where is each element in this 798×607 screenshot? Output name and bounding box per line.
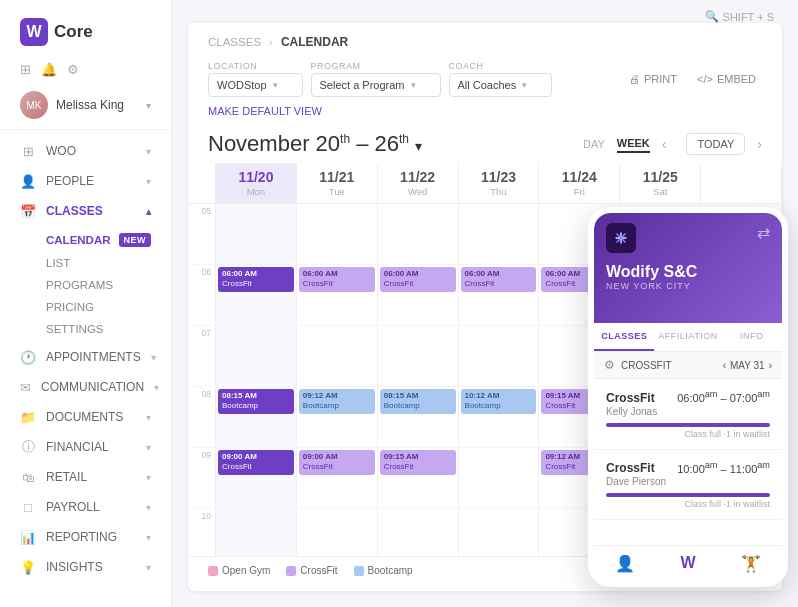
program-select-group: PROGRAM Select a Program xyxy=(311,61,441,97)
cell-10-0[interactable] xyxy=(216,509,297,556)
sidebar-item-documents[interactable]: 📁 DOCUMENTS ▾ xyxy=(0,402,171,432)
share-icon: ⇄ xyxy=(757,223,770,242)
cell-09-3[interactable] xyxy=(459,448,540,508)
cell-06-0[interactable]: 06:00 AM CrossFit xyxy=(216,265,297,325)
default-view-link[interactable]: MAKE DEFAULT VIEW xyxy=(188,105,782,125)
print-button[interactable]: 🖨 PRINT xyxy=(623,69,683,89)
cell-09-1[interactable]: 09:00 AM CrossFit xyxy=(297,448,378,508)
class-card-1[interactable]: CrossFit 10:00am – 11:00am Dave Pierson … xyxy=(594,450,782,521)
event-name: CrossFit xyxy=(222,462,290,472)
prev-week-button[interactable]: ‹ xyxy=(662,136,667,152)
location-select[interactable]: WODStop xyxy=(208,73,303,97)
phone-tab-affiliation[interactable]: AFFILIATION xyxy=(654,323,721,351)
cell-07-3[interactable] xyxy=(459,326,540,386)
cell-07-1[interactable] xyxy=(297,326,378,386)
print-icon: 🖨 xyxy=(629,73,640,85)
cell-05-3[interactable] xyxy=(459,204,540,264)
filter-gear-icon[interactable]: ⚙ xyxy=(604,358,615,372)
bell-icon[interactable]: 🔔 xyxy=(41,62,57,77)
sidebar-item-communication[interactable]: ✉ COMMUNICATION ▾ xyxy=(0,372,171,402)
event-06-0[interactable]: 06:00 AM CrossFit xyxy=(218,267,294,292)
class-waitlist-0: 1 in waitlist xyxy=(726,429,770,439)
embed-button[interactable]: </> EMBED xyxy=(691,69,762,89)
calendar-dropdown-icon[interactable]: ▾ xyxy=(415,138,422,154)
cell-05-1[interactable] xyxy=(297,204,378,264)
class-time-0: 06:00am – 07:00am xyxy=(677,389,770,404)
classes-subnav: CALENDAR NEW LIST PROGRAMS PRICING SETTI… xyxy=(0,226,171,342)
sidebar: W Core ⊞ 🔔 ⚙ MK Melissa King ▾ ⊞ WOO ▾ 👤… xyxy=(0,0,172,607)
cell-08-2[interactable]: 08:15 AM Bootcamp xyxy=(378,387,459,447)
phone-tab-classes[interactable]: CLASSES xyxy=(594,323,654,351)
phone-bottom-tab-w[interactable]: W xyxy=(657,546,720,581)
day-date-4: 11/24 xyxy=(543,169,615,185)
user-row[interactable]: MK Melissa King ▾ xyxy=(0,85,171,130)
legend-label-crossfit: CrossFit xyxy=(300,565,337,576)
phone-filter-nav: ‹ MAY 31 › xyxy=(723,360,772,371)
cell-08-1[interactable]: 09:12 AM Bootcamp xyxy=(297,387,378,447)
subnav-list[interactable]: LIST xyxy=(0,252,171,274)
sidebar-item-appointments[interactable]: 🕐 APPOINTMENTS ▾ xyxy=(0,342,171,372)
event-name: Bootcamp xyxy=(384,401,452,411)
coach-select[interactable]: All Coaches xyxy=(449,73,553,97)
location-select-group: LOCATION WODStop xyxy=(208,61,303,97)
sidebar-item-woo[interactable]: ⊞ WOO ▾ xyxy=(0,136,171,166)
phone-bottom-tab-profile[interactable]: 👤 xyxy=(594,546,657,581)
event-06-2[interactable]: 06:00 AM CrossFit xyxy=(380,267,456,292)
breadcrumb-separator: › xyxy=(269,36,273,48)
cell-07-2[interactable] xyxy=(378,326,459,386)
event-08-0a[interactable]: 08:15 AM Bootcamp xyxy=(218,389,294,414)
cell-05-0[interactable] xyxy=(216,204,297,264)
phone-tab-info[interactable]: INFO xyxy=(722,323,782,351)
breadcrumb-parent[interactable]: CLASSES xyxy=(208,36,261,48)
subnav-programs[interactable]: PROGRAMS xyxy=(0,274,171,296)
event-09-2[interactable]: 09:15 AM CrossFit xyxy=(380,450,456,475)
cell-09-2[interactable]: 09:15 AM CrossFit xyxy=(378,448,459,508)
event-09-1[interactable]: 09:00 AM CrossFit xyxy=(299,450,375,475)
today-button[interactable]: TODAY xyxy=(686,133,745,155)
cell-09-0[interactable]: 09:00 AM CrossFit xyxy=(216,448,297,508)
tab-day[interactable]: DAY xyxy=(583,136,605,152)
sidebar-item-retail[interactable]: 🛍 RETAIL ▾ xyxy=(0,462,171,492)
cell-06-1[interactable]: 06:00 AM CrossFit xyxy=(297,265,378,325)
sidebar-item-reporting[interactable]: 📊 REPORTING ▾ xyxy=(0,522,171,552)
filter-prev-icon[interactable]: ‹ xyxy=(723,360,726,371)
filter-next-icon[interactable]: › xyxy=(769,360,772,371)
filter-label[interactable]: CROSSFIT xyxy=(621,360,717,371)
event-08-3[interactable]: 10:12 AM Bootcamp xyxy=(461,389,537,414)
nav-chevron-people: ▾ xyxy=(146,176,151,187)
subnav-pricing[interactable]: PRICING xyxy=(0,296,171,318)
sidebar-item-classes[interactable]: 📅 CLASSES ▴ xyxy=(0,196,171,226)
grid-icon[interactable]: ⊞ xyxy=(20,62,31,77)
cell-10-2[interactable] xyxy=(378,509,459,556)
phone-bottom-tab-barbell[interactable]: 🏋 xyxy=(719,546,782,581)
subnav-calendar[interactable]: CALENDAR NEW xyxy=(0,228,171,252)
cell-06-3[interactable]: 06:00 AM CrossFit xyxy=(459,265,540,325)
subnav-calendar-label: CALENDAR xyxy=(46,234,111,246)
subnav-settings-label: SETTINGS xyxy=(46,323,104,335)
event-08-2[interactable]: 08:15 AM Bootcamp xyxy=(380,389,456,414)
cell-10-3[interactable] xyxy=(459,509,540,556)
event-09-0[interactable]: 09:00 AM CrossFit xyxy=(218,450,294,475)
cell-10-1[interactable] xyxy=(297,509,378,556)
sidebar-item-insights[interactable]: 💡 INSIGHTS ▾ xyxy=(0,552,171,582)
cell-05-2[interactable] xyxy=(378,204,459,264)
class-card-0[interactable]: CrossFit 06:00am – 07:00am Kelly Jonas C… xyxy=(594,379,782,450)
sidebar-item-financial[interactable]: ⓘ FINANCIAL ▾ xyxy=(0,432,171,462)
next-week-button[interactable]: › xyxy=(757,136,762,152)
cell-08-0[interactable]: 08:15 AM Bootcamp xyxy=(216,387,297,447)
search-hint[interactable]: 🔍 SHIFT + S xyxy=(705,10,774,23)
gear-icon[interactable]: ⚙ xyxy=(67,62,79,77)
event-06-1[interactable]: 06:00 AM CrossFit xyxy=(299,267,375,292)
cell-08-3[interactable]: 10:12 AM Bootcamp xyxy=(459,387,540,447)
sidebar-item-payroll[interactable]: □ PAYROLL ▾ xyxy=(0,492,171,522)
subnav-settings[interactable]: SETTINGS xyxy=(0,318,171,340)
program-select[interactable]: Select a Program xyxy=(311,73,441,97)
cell-07-0[interactable] xyxy=(216,326,297,386)
sidebar-item-people[interactable]: 👤 PEOPLE ▾ xyxy=(0,166,171,196)
day-name-4: Fri xyxy=(574,186,585,197)
event-06-3[interactable]: 06:00 AM CrossFit xyxy=(461,267,537,292)
cell-06-2[interactable]: 06:00 AM CrossFit xyxy=(378,265,459,325)
event-08-1[interactable]: 09:12 AM Bootcamp xyxy=(299,389,375,414)
legend-label-opengym: Open Gym xyxy=(222,565,270,576)
tab-week[interactable]: WEEK xyxy=(617,135,650,153)
